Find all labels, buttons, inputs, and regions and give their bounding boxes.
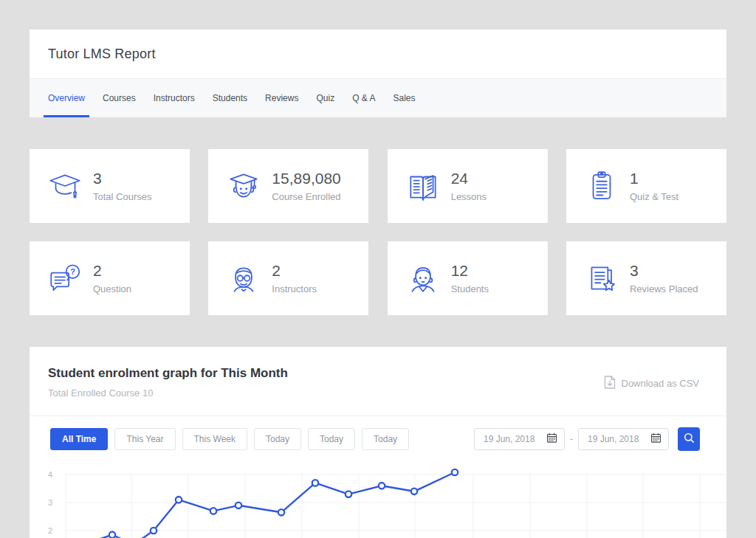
stat-card-lessons: 24 Lessons: [388, 149, 548, 223]
stat-value: 2: [272, 262, 317, 280]
divider: [30, 415, 726, 416]
search-icon: [683, 432, 695, 446]
stat-label: Quiz & Test: [630, 191, 678, 202]
stat-row-1: 3 Total Courses 15,89,080 Course Enrolle…: [30, 149, 726, 223]
filter-this-week[interactable]: This Week: [182, 428, 247, 450]
stat-label: Total Courses: [93, 191, 151, 202]
stat-value: 12: [451, 262, 489, 280]
download-file-icon: [604, 376, 616, 391]
svg-text:3: 3: [48, 498, 52, 507]
stat-label: Course Enrolled: [272, 191, 340, 202]
instructor-icon: [224, 258, 264, 298]
page-title: Tutor LMS Report: [48, 46, 156, 62]
date-from-value: 19 Jun, 2018: [484, 434, 546, 444]
tab-instructors[interactable]: Instructors: [149, 79, 199, 117]
enrolment-chart: 234: [30, 458, 726, 538]
filter-today-1[interactable]: Today: [254, 428, 301, 450]
tab-overview[interactable]: Overview: [44, 79, 89, 117]
svg-text:4: 4: [48, 470, 52, 479]
clipboard-icon: [582, 166, 622, 206]
stat-value: 1: [630, 170, 678, 187]
graduation-cap-icon: [45, 166, 85, 206]
header-top: Tutor LMS Report: [30, 30, 726, 78]
tab-bar: Overview Courses Instructors Students Re…: [30, 78, 726, 117]
date-to-input[interactable]: 19 Jun, 2018: [578, 428, 669, 450]
enrolment-chart-svg: 234: [30, 458, 726, 538]
stat-card-reviews-placed: 3 Reviews Placed: [566, 241, 726, 315]
download-csv-link[interactable]: Download as CSV: [604, 376, 700, 391]
stat-value: 2: [93, 262, 131, 280]
tab-quiz[interactable]: Quiz: [312, 79, 339, 117]
tab-courses[interactable]: Courses: [98, 79, 140, 117]
stat-card-total-courses: 3 Total Courses: [30, 149, 190, 223]
filter-today-2[interactable]: Today: [308, 428, 355, 450]
stat-label: Instructors: [272, 283, 317, 294]
date-to-value: 19 Jun, 2018: [588, 434, 650, 444]
stat-row-2: ? 2 Question 2 Instructors: [30, 241, 726, 315]
filter-today-3[interactable]: Today: [362, 428, 409, 450]
date-search-button[interactable]: [678, 427, 700, 451]
stat-label: Lessons: [451, 191, 487, 202]
svg-text:?: ?: [70, 267, 75, 276]
stat-card-instructors: 2 Instructors: [208, 241, 368, 315]
stat-label: Question: [93, 283, 131, 294]
stat-value: 3: [93, 170, 151, 187]
date-range-separator: -: [570, 434, 573, 444]
tab-students[interactable]: Students: [208, 79, 252, 117]
filter-this-year[interactable]: This Year: [114, 428, 175, 450]
stat-value: 3: [630, 262, 698, 280]
filter-row: All Time This Year This Week Today Today…: [50, 427, 700, 451]
graph-subtitle: Total Enrolled Course 10: [48, 387, 288, 399]
open-book-icon: [403, 166, 443, 206]
tab-sales[interactable]: Sales: [389, 79, 420, 117]
stat-label: Students: [451, 283, 489, 294]
stat-card-students: 12 Students: [388, 241, 548, 315]
graduate-student-icon: [224, 166, 264, 206]
enrolment-graph-card: Student enrolment graph for This Month T…: [30, 347, 726, 538]
download-csv-label: Download as CSV: [622, 378, 700, 389]
tab-qa[interactable]: Q & A: [348, 79, 379, 117]
date-from-input[interactable]: 19 Jun, 2018: [474, 428, 565, 450]
stat-card-course-enrolled: 15,89,080 Course Enrolled: [208, 149, 368, 223]
header-card: Tutor LMS Report Overview Courses Instru…: [30, 30, 726, 117]
stat-value: 24: [451, 170, 487, 187]
tab-reviews[interactable]: Reviews: [261, 79, 303, 117]
stat-card-quiz-test: 1 Quiz & Test: [566, 149, 726, 223]
student-icon: [403, 258, 443, 298]
calendar-icon: [650, 432, 662, 446]
question-chat-icon: ?: [45, 258, 85, 298]
calendar-icon: [546, 432, 557, 446]
svg-text:2: 2: [48, 526, 52, 535]
review-star-doc-icon: [582, 258, 622, 298]
stat-label: Reviews Placed: [630, 283, 698, 294]
stat-value: 15,89,080: [272, 170, 340, 187]
stat-card-question: ? 2 Question: [30, 241, 190, 315]
graph-title: Student enrolment graph for This Month: [48, 366, 288, 381]
filter-all-time[interactable]: All Time: [50, 428, 108, 450]
